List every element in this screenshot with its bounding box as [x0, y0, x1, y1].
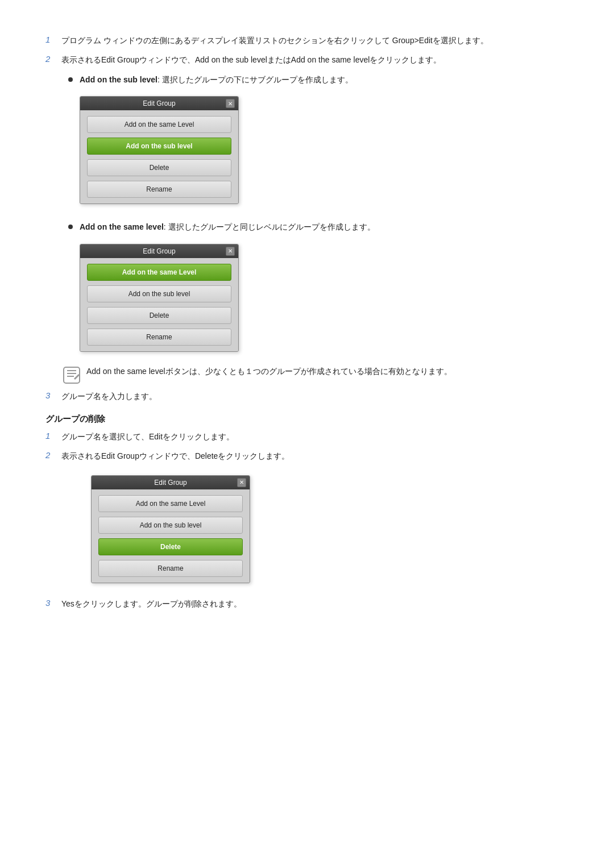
window3-body: Add on the same Level Add on the sub lev… [92, 489, 250, 583]
bullet-item-1: Add on the sub level: 選択したグループの下にサブグループを… [68, 73, 580, 86]
window3-btn-same-level[interactable]: Add on the same Level [98, 495, 243, 512]
window1-close-btn[interactable]: ✕ [226, 99, 235, 108]
del-step-1-text: グループ名を選択して、Editをクリックします。 [61, 430, 580, 443]
window3-btn-rename[interactable]: Rename [98, 560, 243, 577]
step-3-number: 3 [45, 391, 61, 400]
window1-btn-delete[interactable]: Delete [87, 159, 231, 176]
bullet1-label: Add on the sub level [80, 75, 157, 84]
del-step-3-number: 3 [45, 598, 61, 608]
bullet-dot-1 [68, 77, 73, 82]
window-titlebar-2: Edit Group ✕ [80, 244, 238, 258]
window-titlebar-1: Edit Group ✕ [80, 97, 238, 110]
bullet-dot-2 [68, 225, 73, 229]
window1-btn-same-level[interactable]: Add on the same Level [87, 116, 231, 133]
step-2-text: 表示されるEdit Groupウィンドウで、Add on the sub lev… [61, 53, 580, 66]
step-2: 2 表示されるEdit Groupウィンドウで、Add on the sub l… [45, 53, 580, 66]
window2-btn-rename[interactable]: Rename [87, 329, 231, 346]
del-step-3-text: Yesをクリックします。グループが削除されます。 [61, 597, 580, 610]
window1-btn-sub-level[interactable]: Add on the sub level [87, 138, 231, 155]
note-text: Add on the same levelボタンは、少なくとも１つのグループが作… [86, 365, 452, 377]
window2-body: Add on the same Level Add on the sub lev… [80, 258, 238, 351]
window2-title: Edit Group [143, 247, 175, 255]
del-step-2-number: 2 [45, 450, 61, 460]
window3-title: Edit Group [154, 479, 186, 487]
svg-rect-0 [64, 367, 80, 383]
window2-btn-delete[interactable]: Delete [87, 307, 231, 324]
del-step-2-text: 表示されるEdit Groupウィンドウで、Deleteをクリックします。 [61, 450, 580, 462]
bullet2-desc: 選択したグループと同じレベルにグループを作成します。 [166, 222, 375, 231]
note-icon [63, 366, 81, 384]
window1-btn-rename[interactable]: Rename [87, 181, 231, 198]
step-2-number: 2 [45, 54, 61, 64]
step-1: 1 プログラム ウィンドウの左側にあるディスプレイ装置リストのセクションを右クリ… [45, 34, 580, 47]
step-3: 3 グループ名を入力します。 [45, 390, 580, 402]
window2-close-btn[interactable]: ✕ [226, 247, 235, 256]
bullet2-label: Add on the same level [80, 222, 164, 231]
window2-btn-sub-level[interactable]: Add on the sub level [87, 285, 231, 302]
edit-group-window-1: Edit Group ✕ Add on the same Level Add o… [80, 96, 239, 204]
bullet-text-1: Add on the sub level: 選択したグループの下にサブグループを… [80, 73, 353, 86]
window3-btn-delete[interactable]: Delete [98, 538, 243, 555]
note-box: Add on the same levelボタンは、少なくとも１つのグループが作… [63, 365, 580, 384]
del-step-3: 3 Yesをクリックします。グループが削除されます。 [45, 597, 580, 610]
window-titlebar-3: Edit Group ✕ [92, 476, 250, 489]
edit-group-window-3: Edit Group ✕ Add on the same Level Add o… [91, 475, 250, 583]
bullet1-desc: 選択したグループの下にサブグループを作成します。 [160, 75, 353, 84]
window1-body: Add on the same Level Add on the sub lev… [80, 110, 238, 203]
window3-close-btn[interactable]: ✕ [237, 478, 246, 487]
window1-title: Edit Group [143, 99, 175, 107]
window2-btn-same-level[interactable]: Add on the same Level [87, 264, 231, 281]
del-step-1: 1 グループ名を選択して、Editをクリックします。 [45, 430, 580, 443]
window3-btn-sub-level[interactable]: Add on the sub level [98, 517, 243, 534]
bullet-list-1: Add on the sub level: 選択したグループの下にサブグループを… [68, 73, 580, 359]
section-heading-delete: グループの削除 [45, 414, 580, 425]
window3-container: Edit Group ✕ Add on the same Level Add o… [80, 470, 580, 591]
del-step-1-number: 1 [45, 431, 61, 441]
bullet-item-2: Add on the same level: 選択したグループと同じレベルにグル… [68, 221, 580, 233]
bullet-text-2: Add on the same level: 選択したグループと同じレベルにグル… [80, 221, 375, 233]
step-1-text: プログラム ウィンドウの左側にあるディスプレイ装置リストのセクションを右クリック… [61, 34, 580, 47]
del-step-2: 2 表示されるEdit Groupウィンドウで、Deleteをクリックします。 [45, 450, 580, 462]
edit-group-window-2: Edit Group ✕ Add on the same Level Add o… [80, 244, 239, 352]
step-3-text: グループ名を入力します。 [61, 390, 580, 402]
step-1-number: 1 [45, 35, 61, 44]
